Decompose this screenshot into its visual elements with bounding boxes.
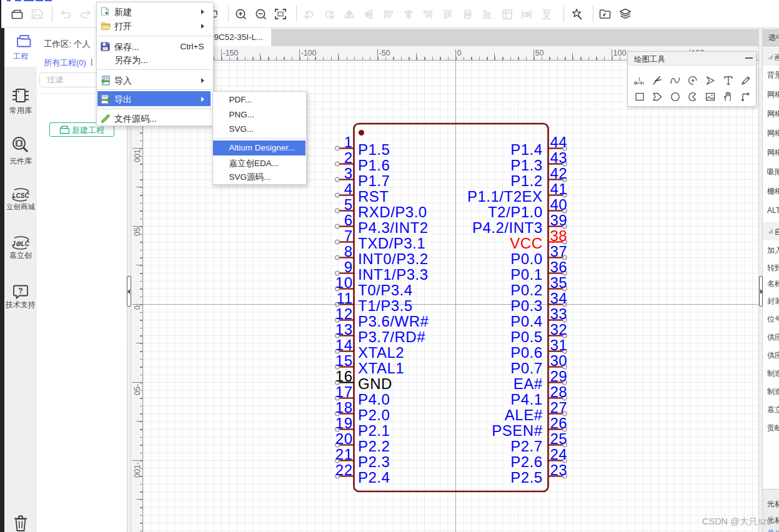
svg-text:RXD/P3.0: RXD/P3.0 [358, 204, 427, 220]
svg-text:P2.6: P2.6 [510, 453, 542, 470]
svg-text:3: 3 [344, 165, 353, 182]
svg-text:42: 42 [550, 165, 568, 182]
svg-text:EA#: EA# [514, 375, 543, 392]
svg-text:P1.6: P1.6 [358, 157, 390, 174]
svg-text:41: 41 [550, 180, 568, 197]
svg-text:P0.5: P0.5 [510, 328, 542, 345]
svg-text:12: 12 [335, 305, 353, 322]
svg-text:P3.7/RD#: P3.7/RD# [358, 328, 425, 345]
svg-text:7: 7 [344, 227, 353, 244]
svg-text:9: 9 [344, 259, 353, 275]
svg-text:P2.4: P2.4 [358, 469, 390, 486]
svg-text:17: 17 [335, 383, 353, 400]
svg-text:P1.2: P1.2 [510, 172, 542, 189]
svg-text:26: 26 [550, 415, 568, 431]
svg-text:P1.4: P1.4 [510, 141, 542, 158]
svg-text:P4.2/INT3: P4.2/INT3 [472, 219, 543, 236]
svg-text:P0.2: P0.2 [510, 282, 542, 298]
svg-text:34: 34 [550, 290, 568, 307]
svg-text:36: 36 [550, 259, 568, 275]
svg-text:ALE#: ALE# [505, 406, 543, 423]
svg-text:2: 2 [344, 149, 353, 166]
svg-text:33: 33 [550, 305, 568, 322]
svg-text:37: 37 [550, 243, 568, 260]
svg-text:P2.1: P2.1 [358, 422, 390, 439]
svg-text:?: ? [18, 287, 22, 295]
svg-text:GND: GND [358, 375, 392, 392]
svg-text:T2/P1.0: T2/P1.0 [488, 204, 543, 220]
svg-text:10: 10 [335, 274, 353, 291]
svg-text:8: 8 [344, 243, 353, 260]
svg-text:22: 22 [335, 461, 353, 478]
svg-text:27: 27 [550, 399, 568, 416]
svg-text:J⚙LC: J⚙LC [12, 240, 30, 247]
svg-text:30: 30 [550, 352, 568, 369]
svg-text:43: 43 [550, 149, 568, 166]
svg-text:29: 29 [550, 368, 568, 385]
svg-text:35: 35 [550, 274, 568, 291]
svg-text:P0.6: P0.6 [510, 344, 542, 361]
svg-text:PSEN#: PSEN# [492, 422, 542, 439]
svg-text:1: 1 [638, 76, 641, 82]
svg-text:P3.6/WR#: P3.6/WR# [358, 313, 429, 330]
svg-text:T0/P3.4: T0/P3.4 [358, 282, 413, 298]
svg-text:XTAL2: XTAL2 [358, 344, 404, 361]
svg-text:24: 24 [550, 446, 568, 463]
svg-text:6: 6 [344, 212, 353, 229]
svg-text:14: 14 [335, 337, 353, 353]
svg-text:XTAL1: XTAL1 [358, 360, 404, 377]
svg-text:LCSC: LCSC [12, 192, 29, 199]
svg-text:23: 23 [550, 461, 568, 478]
svg-text:P4.1: P4.1 [510, 391, 542, 408]
svg-text:P4.0: P4.0 [358, 391, 390, 408]
svg-text:P2.7: P2.7 [510, 438, 542, 455]
svg-text:40: 40 [550, 196, 568, 213]
svg-text:P0.4: P0.4 [510, 313, 542, 330]
svg-text:20: 20 [335, 430, 353, 447]
svg-text:P4.3/INT2: P4.3/INT2 [358, 219, 429, 236]
svg-text:P1.5: P1.5 [358, 141, 390, 158]
svg-text:RST: RST [358, 188, 389, 205]
svg-text:P2.3: P2.3 [358, 453, 390, 470]
svg-text:P0.1: P0.1 [510, 266, 542, 283]
svg-text:15: 15 [335, 352, 353, 369]
svg-text:16: 16 [335, 368, 353, 385]
svg-text:18: 18 [335, 399, 353, 416]
svg-text:19: 19 [335, 415, 353, 431]
svg-text:25: 25 [550, 430, 568, 447]
svg-text:P0.3: P0.3 [510, 297, 542, 314]
svg-text:TXD/P3.1: TXD/P3.1 [358, 235, 425, 252]
svg-text:P1.7: P1.7 [358, 172, 390, 189]
svg-text:31: 31 [550, 337, 568, 353]
svg-text:44: 44 [550, 134, 568, 150]
svg-text:T1/P3.5: T1/P3.5 [358, 297, 413, 314]
svg-text:P2.5: P2.5 [510, 469, 542, 486]
svg-text:5: 5 [344, 196, 353, 213]
svg-text:P2.0: P2.0 [358, 406, 390, 423]
svg-text:13: 13 [335, 321, 353, 338]
svg-text:38: 38 [550, 227, 568, 244]
svg-text:32: 32 [550, 321, 568, 338]
svg-text:VCC: VCC [510, 235, 542, 252]
svg-text:1: 1 [344, 134, 353, 150]
svg-text:INT1/P3.3: INT1/P3.3 [358, 266, 429, 283]
svg-text:P0.0: P0.0 [510, 250, 542, 267]
svg-text:21: 21 [335, 446, 353, 463]
svg-text:INT0/P3.2: INT0/P3.2 [358, 250, 429, 267]
svg-text:11: 11 [337, 290, 353, 307]
svg-text:P2.2: P2.2 [358, 438, 390, 455]
svg-text:P1.3: P1.3 [510, 157, 542, 174]
svg-text:39: 39 [550, 212, 568, 229]
svg-text:P1.1/T2EX: P1.1/T2EX [467, 188, 543, 205]
svg-text:P0.7: P0.7 [510, 360, 542, 377]
svg-text:28: 28 [550, 383, 568, 400]
svg-text:4: 4 [344, 180, 353, 197]
